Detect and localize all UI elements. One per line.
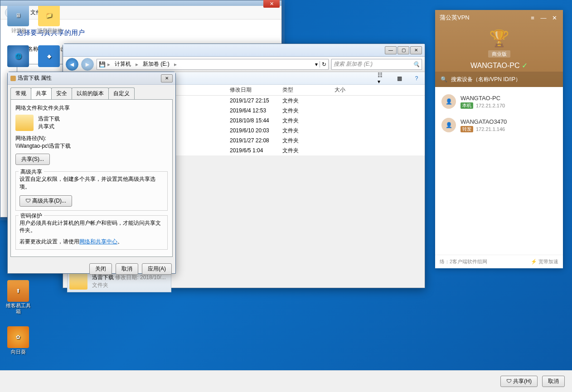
view-icon[interactable]: ☷ ▾ (378, 74, 387, 83)
breadcrumb-computer[interactable]: 计算机 (112, 60, 134, 68)
tab-security[interactable]: 安全 (51, 87, 72, 99)
globe-icon: 🌐 (7, 45, 29, 67)
apply-button[interactable]: 应用(A) (142, 263, 172, 275)
menu-icon[interactable]: ≡ (528, 15, 537, 21)
hostname: WANGTAO-PC ✓ (435, 61, 563, 70)
preview-icon[interactable]: ▦ (395, 74, 404, 83)
group-advanced: 高级共享 (19, 168, 44, 176)
desktop-icon-toolbox[interactable]: ⬆ 维客易工具箱 (5, 280, 32, 315)
address-bar[interactable]: 💾 ▸ 计算机 ▸ 新加卷 (E:) ▸ ▾ ↻ (97, 59, 329, 70)
vpn-device-item[interactable]: 👤 WANGATAO3470 转发172.21.1.146 (435, 113, 563, 137)
avatar-icon: 👤 (441, 118, 456, 132)
password-text1: 用户必须具有此计算机的用户帐户和密码，才能访问共享文件夹。 (19, 219, 164, 235)
cancel-button[interactable]: 取消 (116, 263, 138, 275)
explorer-titlebar[interactable]: — ▢ ✕ (63, 44, 425, 57)
properties-dialog: 迅雷下载 属性 ✕ 常规 共享 安全 以前的版本 自定义 网络文件和文件夹共享 … (7, 72, 176, 274)
share-button[interactable]: 🛡 共享(H) (500, 376, 538, 387)
folder-name: 迅雷下载 (38, 115, 60, 123)
col-type[interactable]: 类型 (279, 86, 331, 94)
refresh-icon[interactable]: ↻ (320, 61, 326, 68)
tab-general[interactable]: 常规 (10, 87, 31, 99)
device-ip: 172.21.1.146 (476, 126, 505, 132)
desktop-icon-computer[interactable]: 🖥 计算机 (5, 5, 32, 33)
search-input[interactable]: 搜索 新加卷 (E:) 🔍 (331, 59, 422, 70)
lock-icon (10, 76, 16, 81)
forward-button[interactable]: ► (81, 58, 94, 71)
vpn-device-item[interactable]: 👤 WANGTAO-PC 本机172.21.2.170 (435, 90, 563, 113)
avatar-icon: 👤 (441, 94, 456, 109)
advanced-share-button[interactable]: 🛡 高级共享(D)... (19, 195, 72, 207)
tab-previous[interactable]: 以前的版本 (72, 87, 109, 99)
device-ip: 172.21.2.170 (476, 103, 505, 108)
password-text2: 若要更改此设置，请使用网络和共享中心。 (19, 238, 164, 246)
folder-icon: 📁 (38, 5, 60, 26)
device-name: WANGATAO3470 (461, 118, 507, 125)
col-size[interactable]: 大小 (331, 86, 367, 94)
toolbox-icon: ⬆ (7, 280, 29, 302)
close-button[interactable]: ✕ (410, 46, 422, 54)
network-status: 络：2客户端软件组网 (440, 258, 487, 265)
vpn-title: 蒲公英VPN (440, 14, 526, 22)
close-button[interactable]: ✕ (161, 74, 173, 82)
drive-icon: 💾 (99, 61, 106, 68)
network-center-link[interactable]: 网络和共享中心 (79, 238, 117, 245)
section-title: 网络文件和文件夹共享 (15, 104, 168, 112)
vpn-search[interactable]: 🔍 搜索设备（名称/VPN ID/IP） (435, 72, 563, 87)
breadcrumb-drive[interactable]: 新加卷 (E:) (140, 60, 172, 68)
app-icon: ◆ (38, 45, 60, 67)
close-icon[interactable]: ✕ (550, 15, 558, 21)
computer-icon: 🖥 (7, 5, 29, 26)
help-icon[interactable]: ? (412, 74, 421, 83)
desktop-icon-app[interactable]: ◆ (35, 45, 63, 68)
close-button[interactable]: 关闭 (89, 263, 112, 275)
advanced-text: 设置自定义权限，创建多个共享，并设置其他高级共享选项。 (19, 175, 164, 191)
device-tag: 本机 (461, 102, 473, 109)
desktop-icon-sunflower[interactable]: ✿ 向日葵 (5, 326, 32, 355)
preview-type: 文件夹 (92, 281, 166, 289)
dropdown-icon[interactable]: ▾ (315, 61, 318, 68)
netpath-value: \\Wangtao-pc\迅雷下载 (15, 142, 168, 150)
device-tag: 转发 (461, 126, 473, 132)
close-button[interactable]: ✕ (263, 0, 280, 8)
group-password: 密码保护 (19, 212, 44, 220)
minimize-icon[interactable]: — (539, 15, 548, 21)
vpn-panel: 蒲公英VPN ≡ — ✕ 🏆 商业版 WANGTAO-PC ✓ 🔍 搜索设备（名… (435, 10, 563, 268)
minimize-button[interactable]: — (385, 46, 397, 54)
tab-share[interactable]: 共享 (31, 87, 52, 99)
maximize-button[interactable]: ▢ (397, 46, 409, 54)
share-button[interactable]: 共享(S)... (15, 154, 50, 165)
sunflower-icon: ✿ (7, 326, 29, 348)
desktop-icon-globe[interactable]: 🌐 (5, 45, 32, 68)
search-icon: 🔍 (413, 61, 420, 68)
boost-link[interactable]: ⚡ 宽带加速 (531, 258, 558, 265)
tab-custom[interactable]: 自定义 (108, 87, 135, 99)
cancel-button[interactable]: 取消 (542, 376, 565, 387)
device-name: WANGTAO-PC (461, 95, 505, 102)
trophy-icon: 🏆 (435, 29, 563, 48)
netpath-label: 网络路径(N): (15, 135, 168, 142)
desktop-icon-folder[interactable]: 📁 潇启灵软件 (35, 5, 63, 33)
shared-as: 共享式 (38, 123, 60, 131)
folder-icon (15, 115, 34, 131)
back-button[interactable]: ◄ (66, 58, 78, 71)
col-date[interactable]: 修改日期 (226, 86, 279, 94)
search-icon: 🔍 (441, 76, 447, 82)
edition-badge: 商业版 (488, 50, 510, 58)
properties-titlebar[interactable]: 迅雷下载 属性 ✕ (8, 72, 175, 85)
